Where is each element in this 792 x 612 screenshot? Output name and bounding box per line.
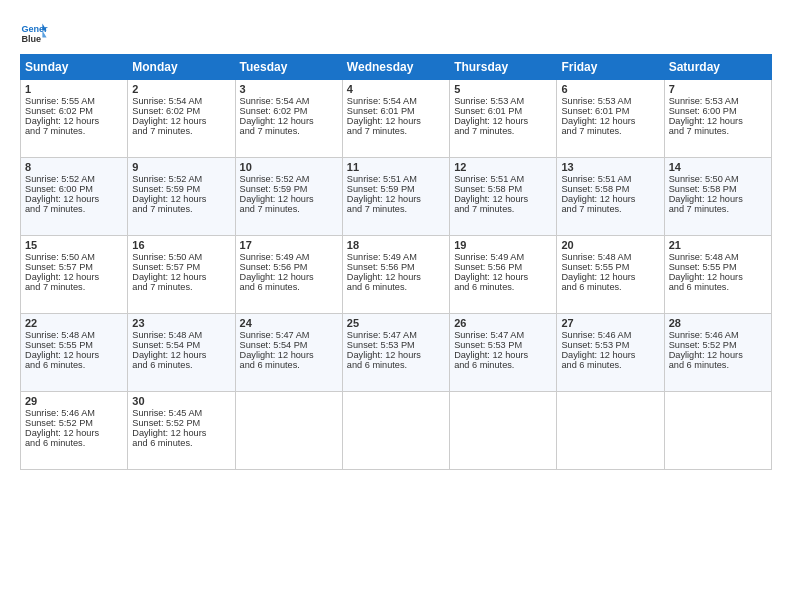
day-info: and 7 minutes. <box>240 126 338 136</box>
calendar-cell: 11Sunrise: 5:51 AMSunset: 5:59 PMDayligh… <box>342 158 449 236</box>
calendar-cell: 22Sunrise: 5:48 AMSunset: 5:55 PMDayligh… <box>21 314 128 392</box>
day-info: and 7 minutes. <box>454 204 552 214</box>
calendar-cell: 25Sunrise: 5:47 AMSunset: 5:53 PMDayligh… <box>342 314 449 392</box>
calendar-cell: 1Sunrise: 5:55 AMSunset: 6:02 PMDaylight… <box>21 80 128 158</box>
week-row-3: 15Sunrise: 5:50 AMSunset: 5:57 PMDayligh… <box>21 236 772 314</box>
col-header-monday: Monday <box>128 55 235 80</box>
day-info: and 6 minutes. <box>454 282 552 292</box>
day-info: Sunrise: 5:46 AM <box>561 330 659 340</box>
calendar-cell: 7Sunrise: 5:53 AMSunset: 6:00 PMDaylight… <box>664 80 771 158</box>
day-info: Daylight: 12 hours <box>240 350 338 360</box>
calendar-cell <box>450 392 557 470</box>
day-info: Sunrise: 5:55 AM <box>25 96 123 106</box>
day-info: Sunset: 6:02 PM <box>25 106 123 116</box>
calendar-cell: 6Sunrise: 5:53 AMSunset: 6:01 PMDaylight… <box>557 80 664 158</box>
day-info: Sunrise: 5:47 AM <box>347 330 445 340</box>
day-info: Daylight: 12 hours <box>454 272 552 282</box>
day-info: Sunrise: 5:47 AM <box>240 330 338 340</box>
day-number: 30 <box>132 395 230 407</box>
day-number: 15 <box>25 239 123 251</box>
day-number: 13 <box>561 161 659 173</box>
calendar-cell: 4Sunrise: 5:54 AMSunset: 6:01 PMDaylight… <box>342 80 449 158</box>
calendar-cell <box>664 392 771 470</box>
logo: General Blue <box>20 18 52 46</box>
day-number: 8 <box>25 161 123 173</box>
calendar-cell: 9Sunrise: 5:52 AMSunset: 5:59 PMDaylight… <box>128 158 235 236</box>
day-number: 17 <box>240 239 338 251</box>
day-info: and 7 minutes. <box>669 204 767 214</box>
day-number: 9 <box>132 161 230 173</box>
calendar-cell: 19Sunrise: 5:49 AMSunset: 5:56 PMDayligh… <box>450 236 557 314</box>
day-info: and 6 minutes. <box>347 282 445 292</box>
day-info: Sunrise: 5:50 AM <box>669 174 767 184</box>
day-info: and 7 minutes. <box>454 126 552 136</box>
day-info: and 6 minutes. <box>132 360 230 370</box>
calendar-cell: 10Sunrise: 5:52 AMSunset: 5:59 PMDayligh… <box>235 158 342 236</box>
week-row-1: 1Sunrise: 5:55 AMSunset: 6:02 PMDaylight… <box>21 80 772 158</box>
day-info: Sunset: 6:01 PM <box>454 106 552 116</box>
day-info: Daylight: 12 hours <box>347 194 445 204</box>
day-number: 21 <box>669 239 767 251</box>
week-row-2: 8Sunrise: 5:52 AMSunset: 6:00 PMDaylight… <box>21 158 772 236</box>
day-info: Sunset: 5:52 PM <box>132 418 230 428</box>
day-info: Sunrise: 5:47 AM <box>454 330 552 340</box>
day-info: and 6 minutes. <box>25 438 123 448</box>
day-number: 16 <box>132 239 230 251</box>
day-info: Sunset: 5:56 PM <box>347 262 445 272</box>
day-info: and 6 minutes. <box>25 360 123 370</box>
day-info: Sunrise: 5:48 AM <box>561 252 659 262</box>
day-info: Sunset: 6:01 PM <box>561 106 659 116</box>
day-info: and 6 minutes. <box>561 360 659 370</box>
col-header-saturday: Saturday <box>664 55 771 80</box>
day-info: and 7 minutes. <box>561 126 659 136</box>
calendar-cell: 5Sunrise: 5:53 AMSunset: 6:01 PMDaylight… <box>450 80 557 158</box>
col-header-sunday: Sunday <box>21 55 128 80</box>
day-info: Sunset: 5:54 PM <box>132 340 230 350</box>
day-info: Sunrise: 5:49 AM <box>240 252 338 262</box>
day-info: Sunrise: 5:52 AM <box>240 174 338 184</box>
day-info: Daylight: 12 hours <box>561 272 659 282</box>
day-info: Daylight: 12 hours <box>132 194 230 204</box>
day-info: Sunset: 6:01 PM <box>347 106 445 116</box>
day-info: Daylight: 12 hours <box>454 116 552 126</box>
day-number: 19 <box>454 239 552 251</box>
calendar-cell: 3Sunrise: 5:54 AMSunset: 6:02 PMDaylight… <box>235 80 342 158</box>
day-info: Sunrise: 5:46 AM <box>25 408 123 418</box>
day-info: Sunrise: 5:51 AM <box>347 174 445 184</box>
day-info: Daylight: 12 hours <box>240 272 338 282</box>
day-info: and 6 minutes. <box>240 360 338 370</box>
day-info: Sunset: 6:00 PM <box>25 184 123 194</box>
calendar-cell <box>235 392 342 470</box>
day-info: Sunset: 6:00 PM <box>669 106 767 116</box>
day-number: 3 <box>240 83 338 95</box>
day-info: Daylight: 12 hours <box>132 116 230 126</box>
day-info: and 6 minutes. <box>240 282 338 292</box>
day-info: Sunrise: 5:49 AM <box>347 252 445 262</box>
col-header-tuesday: Tuesday <box>235 55 342 80</box>
day-number: 25 <box>347 317 445 329</box>
calendar-cell: 15Sunrise: 5:50 AMSunset: 5:57 PMDayligh… <box>21 236 128 314</box>
day-info: Daylight: 12 hours <box>347 272 445 282</box>
day-info: Daylight: 12 hours <box>25 272 123 282</box>
col-header-friday: Friday <box>557 55 664 80</box>
calendar-cell: 23Sunrise: 5:48 AMSunset: 5:54 PMDayligh… <box>128 314 235 392</box>
day-info: Sunset: 6:02 PM <box>132 106 230 116</box>
calendar-cell: 30Sunrise: 5:45 AMSunset: 5:52 PMDayligh… <box>128 392 235 470</box>
day-info: Sunset: 5:53 PM <box>347 340 445 350</box>
calendar-cell: 27Sunrise: 5:46 AMSunset: 5:53 PMDayligh… <box>557 314 664 392</box>
day-info: and 7 minutes. <box>561 204 659 214</box>
day-info: Daylight: 12 hours <box>669 116 767 126</box>
day-number: 18 <box>347 239 445 251</box>
day-info: Daylight: 12 hours <box>25 116 123 126</box>
day-number: 22 <box>25 317 123 329</box>
day-info: Sunrise: 5:51 AM <box>561 174 659 184</box>
calendar-cell: 17Sunrise: 5:49 AMSunset: 5:56 PMDayligh… <box>235 236 342 314</box>
calendar-cell: 21Sunrise: 5:48 AMSunset: 5:55 PMDayligh… <box>664 236 771 314</box>
day-number: 26 <box>454 317 552 329</box>
calendar-cell: 13Sunrise: 5:51 AMSunset: 5:58 PMDayligh… <box>557 158 664 236</box>
day-info: Sunset: 5:55 PM <box>669 262 767 272</box>
col-header-thursday: Thursday <box>450 55 557 80</box>
calendar-cell: 18Sunrise: 5:49 AMSunset: 5:56 PMDayligh… <box>342 236 449 314</box>
calendar-cell: 29Sunrise: 5:46 AMSunset: 5:52 PMDayligh… <box>21 392 128 470</box>
day-info: Daylight: 12 hours <box>454 350 552 360</box>
